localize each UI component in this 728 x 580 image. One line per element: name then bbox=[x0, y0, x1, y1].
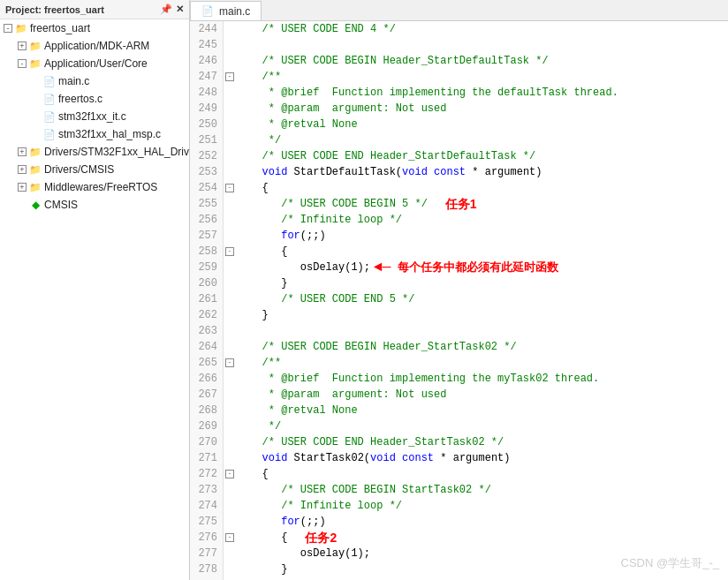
code-line-251: */ bbox=[236, 132, 728, 148]
gutter-277 bbox=[224, 546, 236, 561]
tree-label-stm32f1xx-it-c: stm32f1xx_it.c bbox=[58, 110, 126, 123]
gutter-259 bbox=[224, 260, 236, 275]
arrow-259: ◄— bbox=[374, 260, 391, 275]
expand-icon-app-user-core[interactable]: - bbox=[18, 59, 27, 68]
line-num-258: 258 bbox=[195, 244, 217, 260]
code-line-272: { bbox=[236, 466, 728, 482]
project-root-label: freertos_uart bbox=[30, 22, 90, 34]
gutter-244 bbox=[224, 21, 236, 37]
gutter-255 bbox=[224, 196, 236, 212]
folder-icon-app-mdk bbox=[28, 39, 42, 53]
code-text: */ bbox=[243, 132, 281, 148]
gutter-265[interactable]: - bbox=[224, 355, 236, 371]
gutter-266 bbox=[224, 371, 236, 387]
code-text: * @param argument: Not used bbox=[243, 101, 446, 117]
gutter: ------- bbox=[224, 21, 236, 580]
code-line-250: * @retval None bbox=[236, 117, 728, 132]
line-numbers: 2442452462472482492502512522532542552562… bbox=[190, 21, 224, 580]
sidebar-item-main-c[interactable]: main.c bbox=[0, 72, 189, 90]
sidebar-item-app-user-core[interactable]: -Application/User/Core bbox=[0, 55, 189, 72]
code-line-258: { bbox=[236, 244, 728, 260]
code-line-270: /* USER CODE END Header_StartTask02 */ bbox=[236, 434, 728, 450]
code-line-246: /* USER CODE BEGIN Header_StartDefaultTa… bbox=[236, 53, 728, 69]
line-num-271: 271 bbox=[195, 450, 217, 466]
gutter-264 bbox=[224, 339, 236, 355]
line-num-261: 261 bbox=[195, 291, 217, 307]
sidebar-item-stm32f1xx-it-c[interactable]: stm32f1xx_it.c bbox=[0, 108, 189, 125]
code-line-247: /** bbox=[236, 69, 728, 85]
close-icon[interactable]: ✕ bbox=[176, 4, 184, 15]
gutter-246 bbox=[224, 53, 236, 69]
sidebar-item-stm32f1xx-hal-msp-c[interactable]: stm32f1xx_hal_msp.c bbox=[0, 125, 189, 143]
pin-icon[interactable]: 📌 bbox=[160, 4, 172, 15]
sidebar-item-drivers-cmsis[interactable]: +Drivers/CMSIS bbox=[0, 161, 189, 178]
sidebar-item-app-mdk[interactable]: +Application/MDK-ARM bbox=[0, 37, 189, 55]
gutter-270 bbox=[224, 434, 236, 450]
sidebar-item-drivers-stm32[interactable]: +Drivers/STM32F1xx_HAL_Driv... bbox=[0, 143, 189, 161]
code-text: osDelay(1); bbox=[243, 546, 370, 561]
line-num-245: 245 bbox=[195, 37, 217, 53]
tree-label-freertos-c: freertos.c bbox=[58, 93, 102, 105]
code-line-264: /* USER CODE BEGIN Header_StartTask02 */ bbox=[236, 339, 728, 355]
file-icon-main-c bbox=[42, 74, 57, 88]
code-line-261: /* USER CODE END 5 */ bbox=[236, 291, 728, 307]
expand-icon-app-mdk[interactable]: + bbox=[18, 41, 27, 50]
gutter-248 bbox=[224, 85, 236, 101]
code-area[interactable]: 2442452462472482492502512522532542552562… bbox=[190, 21, 728, 580]
gutter-254[interactable]: - bbox=[224, 180, 236, 196]
main-editor: 📄 main.c 2442452462472482492502512522532… bbox=[190, 0, 728, 580]
gutter-267 bbox=[224, 387, 236, 403]
code-text: } bbox=[243, 307, 269, 323]
root-expand-icon[interactable]: - bbox=[4, 24, 12, 33]
gutter-251 bbox=[224, 132, 236, 148]
code-text: */ bbox=[243, 418, 281, 434]
expand-icon-middlewares-freertos[interactable]: + bbox=[18, 183, 27, 192]
expand-icon-drivers-stm32[interactable]: + bbox=[18, 147, 27, 156]
sidebar-item-cmsis[interactable]: CMSIS bbox=[0, 196, 189, 214]
line-num-251: 251 bbox=[195, 132, 217, 148]
tree-label-app-user-core: Application/User/Core bbox=[44, 57, 148, 70]
line-num-252: 252 bbox=[195, 148, 217, 164]
folder-icon-drivers-cmsis bbox=[28, 162, 42, 177]
gutter-245 bbox=[224, 37, 236, 53]
gutter-257 bbox=[224, 228, 236, 244]
root-folder-icon bbox=[14, 21, 28, 35]
expand-icon-drivers-cmsis[interactable]: + bbox=[18, 165, 27, 174]
code-line-268: * @retval None bbox=[236, 403, 728, 418]
line-num-266: 266 bbox=[195, 371, 217, 387]
gutter-272[interactable]: - bbox=[224, 466, 236, 482]
gutter-273 bbox=[224, 482, 236, 498]
code-text: void StartTask02(void const * argument) bbox=[243, 450, 511, 466]
code-line-274: /* Infinite loop */ bbox=[236, 498, 728, 514]
file-tree: - freertos_uart +Application/MDK-ARM-App… bbox=[0, 19, 189, 214]
line-num-273: 273 bbox=[195, 482, 217, 498]
line-num-262: 262 bbox=[195, 307, 217, 323]
line-num-246: 246 bbox=[195, 53, 217, 69]
tab-file-icon: 📄 bbox=[201, 5, 214, 17]
line-num-250: 250 bbox=[195, 117, 217, 132]
sidebar-header: Project: freertos_uart 📌 ✕ bbox=[0, 0, 189, 19]
tab-main-c[interactable]: 📄 main.c bbox=[190, 1, 262, 20]
line-num-275: 275 bbox=[195, 514, 217, 530]
code-line-262: } bbox=[236, 307, 728, 323]
gutter-247[interactable]: - bbox=[224, 69, 236, 85]
sidebar-item-freertos-c[interactable]: freertos.c bbox=[0, 90, 189, 108]
code-text: { bbox=[243, 466, 269, 482]
code-text: for(;;) bbox=[243, 228, 326, 244]
project-root[interactable]: - freertos_uart bbox=[0, 19, 189, 37]
code-line-254: { bbox=[236, 180, 728, 196]
line-num-249: 249 bbox=[195, 101, 217, 117]
gutter-263 bbox=[224, 323, 236, 339]
gutter-268 bbox=[224, 403, 236, 418]
code-line-266: * @brief Function implementing the myTas… bbox=[236, 371, 728, 387]
code-line-252: /* USER CODE END Header_StartDefaultTask… bbox=[236, 148, 728, 164]
gutter-276[interactable]: - bbox=[224, 530, 236, 546]
code-text: /* USER CODE END 5 */ bbox=[243, 291, 414, 307]
file-icon-freertos-c bbox=[42, 92, 57, 106]
sidebar-item-middlewares-freertos[interactable]: +Middlewares/FreeRTOS bbox=[0, 178, 189, 196]
gutter-256 bbox=[224, 212, 236, 228]
code-line-260: } bbox=[236, 275, 728, 291]
gutter-258[interactable]: - bbox=[224, 244, 236, 260]
gutter-269 bbox=[224, 418, 236, 434]
line-num-272: 272 bbox=[195, 466, 217, 482]
